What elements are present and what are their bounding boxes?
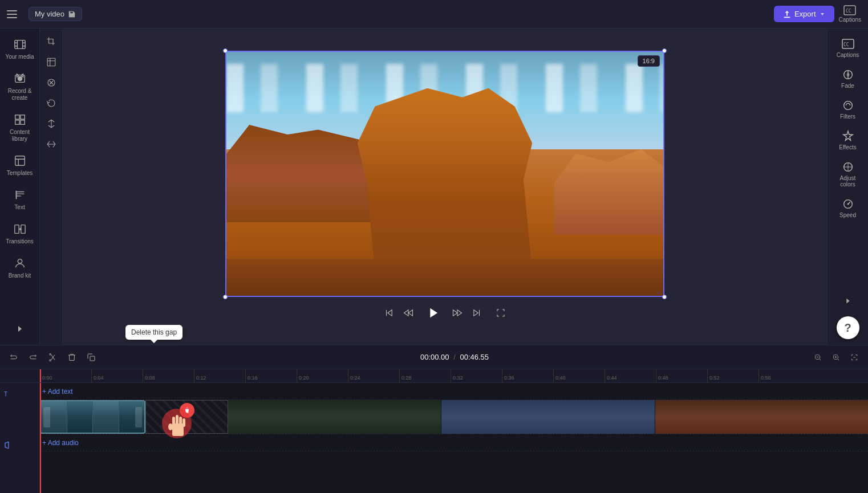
clip-thumbnail-first bbox=[41, 401, 144, 433]
cut-button[interactable] bbox=[44, 349, 60, 365]
svg-rect-13 bbox=[47, 58, 55, 66]
sidebar-item-text[interactable]: Text bbox=[2, 184, 38, 215]
fullscreen-button[interactable] bbox=[496, 308, 506, 318]
skip-to-start-button[interactable] bbox=[384, 308, 394, 318]
topbar: My video Export CC Captions bbox=[0, 0, 868, 28]
video-clip-4[interactable] bbox=[655, 400, 868, 434]
flip-horizontal-tool[interactable] bbox=[43, 136, 60, 153]
zoom-in-button[interactable] bbox=[828, 349, 844, 365]
video-track bbox=[40, 400, 868, 434]
corner-handle-br[interactable] bbox=[662, 295, 667, 299]
clip-handle-right[interactable] bbox=[135, 407, 142, 427]
gap-delete-button[interactable] bbox=[180, 403, 194, 418]
gap-region[interactable] bbox=[145, 400, 228, 434]
corner-handle-tr[interactable] bbox=[662, 48, 667, 53]
ruler-tick-24: 0:24 bbox=[348, 369, 399, 382]
zoom-controls bbox=[810, 349, 862, 365]
resize-tool[interactable] bbox=[43, 54, 60, 71]
video-clip-first[interactable] bbox=[40, 400, 145, 434]
crop-tool[interactable] bbox=[43, 33, 60, 50]
add-audio-button[interactable]: + Add audio bbox=[42, 439, 79, 447]
corner-handle-bl[interactable] bbox=[223, 295, 228, 299]
svg-rect-34 bbox=[182, 418, 185, 427]
project-title[interactable]: My video bbox=[29, 7, 82, 21]
timeline-labels-panel: T bbox=[0, 383, 40, 493]
topbar-right: Export CC Captions bbox=[774, 5, 861, 23]
zoom-out-button[interactable] bbox=[810, 349, 826, 365]
right-tool-effects[interactable]: Effects bbox=[830, 125, 866, 155]
menu-button[interactable] bbox=[7, 6, 23, 22]
undo-button[interactable] bbox=[6, 349, 22, 365]
text-track-icon: T bbox=[3, 390, 10, 397]
sidebar-item-templates[interactable]: Templates bbox=[2, 149, 38, 181]
mesa-left bbox=[226, 125, 379, 222]
record-icon bbox=[13, 72, 27, 85]
add-text-button[interactable]: + Add text bbox=[42, 388, 73, 396]
svg-rect-5 bbox=[15, 115, 19, 119]
right-tool-captions[interactable]: CC Captions bbox=[830, 33, 866, 63]
ruler-tick-12: 0:12 bbox=[194, 369, 245, 382]
fit-to-window-button[interactable] bbox=[846, 349, 862, 365]
right-tool-fade[interactable]: Fade bbox=[830, 64, 866, 93]
ruler-tick-48: 0:48 bbox=[656, 369, 707, 382]
svg-rect-2 bbox=[14, 40, 25, 49]
template-icon bbox=[13, 154, 27, 168]
sidebar-item-transitions[interactable]: Transitions bbox=[2, 218, 38, 250]
sidebar-item-brand-kit[interactable]: Brand kit bbox=[2, 252, 38, 284]
flip-vertical-tool[interactable] bbox=[43, 115, 60, 132]
timeline-ruler: 0:00 0:04 0:08 0:12 0:16 0:20 0:24 0:28 … bbox=[0, 369, 868, 383]
right-tool-adjust-colors[interactable]: Adjust colors bbox=[830, 156, 866, 192]
audio-track: + Add audio bbox=[40, 434, 868, 451]
chevron-down-icon bbox=[820, 11, 825, 17]
forward-button[interactable] bbox=[452, 308, 463, 318]
playback-controls bbox=[384, 303, 506, 323]
sidebar-item-content-library[interactable]: Content library bbox=[2, 108, 38, 147]
sidebar-item-your-media[interactable]: Your media bbox=[2, 33, 38, 65]
svg-rect-6 bbox=[20, 115, 24, 119]
delete-button[interactable] bbox=[64, 349, 80, 365]
svg-rect-30 bbox=[172, 423, 184, 436]
sidebar-item-record-create[interactable]: Record & create bbox=[2, 67, 38, 106]
export-button[interactable]: Export bbox=[774, 6, 834, 22]
playhead-line bbox=[40, 383, 41, 493]
corner-handle-tl[interactable] bbox=[223, 48, 228, 53]
ruler-tick-28: 0:28 bbox=[399, 369, 451, 382]
redo-button[interactable] bbox=[25, 349, 41, 365]
duplicate-button[interactable] bbox=[83, 349, 99, 365]
help-button[interactable]: ? bbox=[837, 316, 859, 339]
video-frame bbox=[225, 51, 664, 297]
collapse-right-sidebar[interactable] bbox=[839, 292, 857, 312]
svg-rect-8 bbox=[20, 120, 24, 124]
right-tool-filters[interactable]: Filters bbox=[830, 95, 866, 124]
svg-point-3 bbox=[18, 76, 22, 80]
captions-right-icon: CC bbox=[842, 38, 854, 50]
expand-sidebar-button[interactable] bbox=[11, 320, 29, 340]
ruler-tick-36: 0:36 bbox=[502, 369, 553, 382]
right-sidebar: CC Captions Fade Filters Effects bbox=[827, 28, 868, 345]
clip-handle-left[interactable] bbox=[43, 407, 50, 427]
audio-track-label bbox=[0, 437, 39, 454]
video-clip-3[interactable] bbox=[441, 400, 654, 434]
ground-layer bbox=[226, 259, 663, 295]
svg-point-35 bbox=[168, 423, 173, 430]
captions-button[interactable]: CC Captions bbox=[839, 5, 861, 23]
skip-to-end-button[interactable] bbox=[472, 308, 482, 318]
grid-icon bbox=[13, 113, 27, 127]
svg-rect-25 bbox=[90, 356, 95, 361]
cutout-tool[interactable] bbox=[43, 74, 60, 91]
rewind-button[interactable] bbox=[403, 308, 413, 318]
ruler-tick-16: 0:16 bbox=[245, 369, 297, 382]
aspect-ratio-badge: 16:9 bbox=[638, 55, 660, 67]
svg-text:T: T bbox=[4, 391, 7, 397]
adjust-colors-icon bbox=[842, 161, 854, 173]
brand-icon bbox=[13, 256, 27, 270]
timecode-display: 00:00.00 / 00:46.55 bbox=[420, 353, 489, 361]
rotate-tool[interactable] bbox=[43, 95, 60, 112]
play-button[interactable] bbox=[423, 303, 443, 323]
video-clip-2[interactable] bbox=[228, 400, 441, 434]
delete-gap-tooltip: Delete this gap bbox=[125, 325, 182, 340]
right-tool-speed[interactable]: Speed bbox=[830, 193, 866, 223]
effects-icon bbox=[842, 130, 854, 142]
ruler-spacer bbox=[0, 369, 40, 382]
timeline-area: Delete this gap 00:00.00 / 00:46.55 0:00… bbox=[0, 345, 868, 493]
